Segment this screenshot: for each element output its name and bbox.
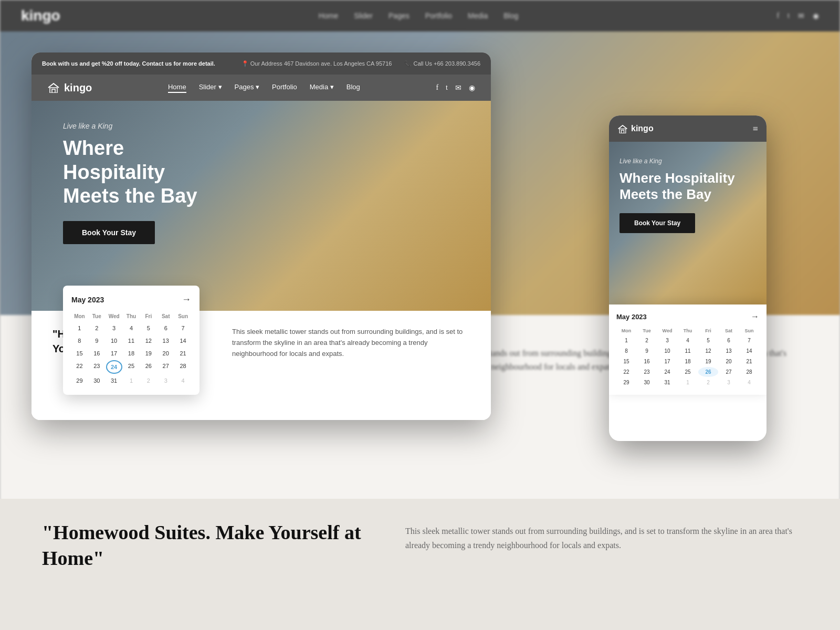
m-cal-27[interactable]: 27 bbox=[719, 367, 739, 377]
m-cal-next-3[interactable]: 3 bbox=[719, 377, 739, 387]
m-cal-10[interactable]: 10 bbox=[657, 346, 677, 356]
address-icon: 📍 bbox=[242, 60, 249, 67]
m-cal-16[interactable]: 16 bbox=[637, 356, 657, 366]
m-cal-31[interactable]: 31 bbox=[657, 377, 677, 387]
m-cal-26-today[interactable]: 26 bbox=[698, 367, 718, 377]
cal-day-20[interactable]: 20 bbox=[158, 348, 174, 359]
m-cal-next-2[interactable]: 2 bbox=[698, 377, 718, 387]
cal-day-23[interactable]: 23 bbox=[89, 360, 105, 374]
cal-day-14[interactable]: 14 bbox=[175, 335, 191, 346]
bg-nav-pages: Pages bbox=[388, 12, 410, 20]
cal-day-11[interactable]: 11 bbox=[123, 335, 140, 346]
cal-day-29[interactable]: 29 bbox=[71, 375, 88, 386]
m-cal-2[interactable]: 2 bbox=[637, 335, 657, 345]
m-cal-15[interactable]: 15 bbox=[616, 356, 636, 366]
nav-blog[interactable]: Blog bbox=[346, 83, 360, 93]
mobile-hero-subtitle: Live like a King bbox=[620, 158, 662, 165]
m-cal-30[interactable]: 30 bbox=[637, 377, 657, 387]
promo-link[interactable]: Contact us for more detail. bbox=[142, 60, 215, 67]
nav-slider[interactable]: Slider ▾ bbox=[199, 83, 222, 93]
email-icon[interactable]: ✉ bbox=[455, 83, 461, 92]
m-cal-12[interactable]: 12 bbox=[698, 346, 718, 356]
calendar-next-arrow[interactable]: → bbox=[182, 294, 191, 305]
cal-day-17[interactable]: 17 bbox=[106, 348, 122, 359]
mobile-calendar-grid: Mon Tue Wed Thu Fri Sat Sun 1 2 3 4 5 6 … bbox=[616, 327, 759, 387]
cal-day-13[interactable]: 13 bbox=[158, 335, 174, 346]
m-cal-29[interactable]: 29 bbox=[616, 377, 636, 387]
cal-day-2[interactable]: 2 bbox=[89, 322, 105, 334]
twitter-icon[interactable]: t bbox=[446, 83, 448, 92]
m-cal-23[interactable]: 23 bbox=[637, 367, 657, 377]
cal-day-21[interactable]: 21 bbox=[175, 348, 191, 359]
facebook-icon[interactable]: f bbox=[436, 83, 438, 92]
nav-media[interactable]: Media ▾ bbox=[310, 83, 334, 93]
cal-day-15[interactable]: 15 bbox=[71, 348, 88, 359]
m-cal-17[interactable]: 17 bbox=[657, 356, 677, 366]
m-cal-9[interactable]: 9 bbox=[637, 346, 657, 356]
cal-day-30[interactable]: 30 bbox=[89, 375, 105, 386]
m-cal-1[interactable]: 1 bbox=[616, 335, 636, 345]
m-cal-19[interactable]: 19 bbox=[698, 356, 718, 366]
cal-day-4[interactable]: 4 bbox=[123, 322, 140, 334]
nav-pages[interactable]: Pages ▾ bbox=[235, 83, 259, 93]
cal-header-wed: Wed bbox=[106, 311, 122, 321]
m-cal-28[interactable]: 28 bbox=[739, 367, 759, 377]
mobile-book-stay-button[interactable]: Book Your Stay bbox=[620, 213, 695, 233]
bg-logo: kingo bbox=[21, 7, 60, 24]
m-cal-18[interactable]: 18 bbox=[678, 356, 698, 366]
m-cal-3[interactable]: 3 bbox=[657, 335, 677, 345]
cal-day-8[interactable]: 8 bbox=[71, 335, 88, 346]
m-cal-7[interactable]: 7 bbox=[739, 335, 759, 345]
cal-day-22[interactable]: 22 bbox=[71, 360, 88, 374]
m-cal-22[interactable]: 22 bbox=[616, 367, 636, 377]
phone-icon: 📞 bbox=[404, 60, 412, 67]
cal-header-fri: Fri bbox=[140, 311, 156, 321]
m-cal-13[interactable]: 13 bbox=[719, 346, 739, 356]
m-cal-next-1[interactable]: 1 bbox=[678, 377, 698, 387]
cal-day-5[interactable]: 5 bbox=[140, 322, 156, 334]
cal-day-18[interactable]: 18 bbox=[123, 348, 140, 359]
cal-day-16[interactable]: 16 bbox=[89, 348, 105, 359]
cal-day-26[interactable]: 26 bbox=[140, 360, 156, 374]
cal-day-28[interactable]: 28 bbox=[175, 360, 191, 374]
cal-day-next-2[interactable]: 2 bbox=[140, 375, 156, 386]
bg-nav-media: Media bbox=[468, 12, 488, 20]
mobile-logo[interactable]: kingo bbox=[617, 124, 654, 133]
m-cal-6[interactable]: 6 bbox=[719, 335, 739, 345]
desktop-logo[interactable]: kingo bbox=[47, 82, 92, 94]
cal-day-24-today[interactable]: 24 bbox=[106, 360, 122, 374]
hero-title: Where Hospitality Meets the Bay bbox=[63, 136, 220, 208]
mobile-logo-text: kingo bbox=[631, 124, 654, 133]
m-cal-21[interactable]: 21 bbox=[739, 356, 759, 366]
m-cal-5[interactable]: 5 bbox=[698, 335, 718, 345]
cal-day-9[interactable]: 9 bbox=[89, 335, 105, 346]
hamburger-menu-button[interactable]: ≡ bbox=[753, 123, 758, 134]
cal-day-31[interactable]: 31 bbox=[106, 375, 122, 386]
cal-day-19[interactable]: 19 bbox=[140, 348, 156, 359]
cal-day-12[interactable]: 12 bbox=[140, 335, 156, 346]
cal-day-10[interactable]: 10 bbox=[106, 335, 122, 346]
m-cal-20[interactable]: 20 bbox=[719, 356, 739, 366]
cal-day-1[interactable]: 1 bbox=[71, 322, 88, 334]
mobile-calendar-next-arrow[interactable]: → bbox=[751, 312, 759, 321]
m-cal-8[interactable]: 8 bbox=[616, 346, 636, 356]
cal-day-3[interactable]: 3 bbox=[106, 322, 122, 334]
m-cal-11[interactable]: 11 bbox=[678, 346, 698, 356]
cal-day-next-4[interactable]: 4 bbox=[175, 375, 191, 386]
nav-portfolio[interactable]: Portfolio bbox=[272, 83, 297, 93]
cal-day-27[interactable]: 27 bbox=[158, 360, 174, 374]
cal-day-25[interactable]: 25 bbox=[123, 360, 140, 374]
book-stay-button[interactable]: Book Your Stay bbox=[63, 221, 155, 244]
nav-home[interactable]: Home bbox=[168, 83, 186, 93]
cal-day-next-3[interactable]: 3 bbox=[158, 375, 174, 386]
m-cal-24[interactable]: 24 bbox=[657, 367, 677, 377]
mobile-cal-header-thu: Thu bbox=[678, 327, 698, 335]
cal-day-7[interactable]: 7 bbox=[175, 322, 191, 334]
instagram-icon[interactable]: ◉ bbox=[469, 83, 475, 92]
m-cal-4[interactable]: 4 bbox=[678, 335, 698, 345]
cal-day-6[interactable]: 6 bbox=[158, 322, 174, 334]
cal-day-next-1[interactable]: 1 bbox=[123, 375, 140, 386]
m-cal-next-4[interactable]: 4 bbox=[739, 377, 759, 387]
m-cal-14[interactable]: 14 bbox=[739, 346, 759, 356]
m-cal-25[interactable]: 25 bbox=[678, 367, 698, 377]
